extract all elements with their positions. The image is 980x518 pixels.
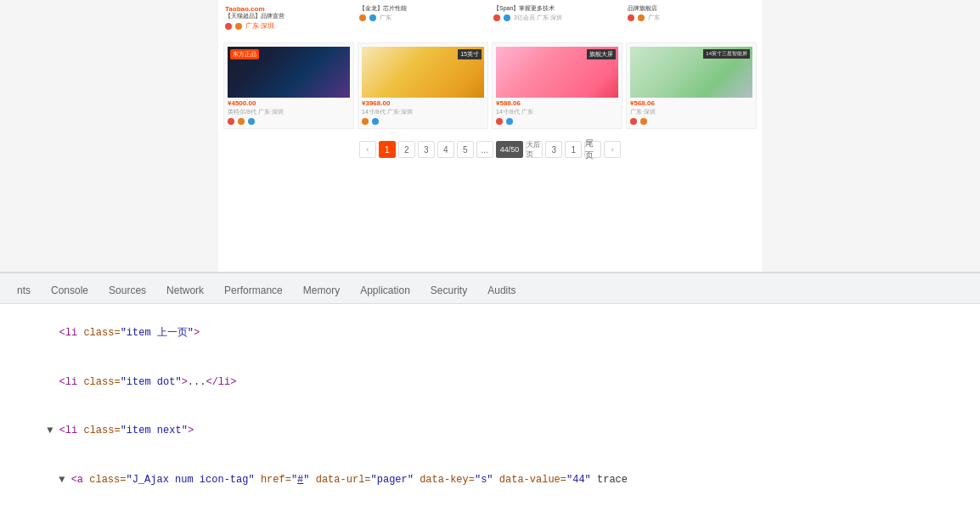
meta-top-2: 3亿会员 广东·深圳 [514,14,562,22]
code-line-3: ▼ <li class="item next"> [10,407,970,456]
tab-audits[interactable]: Audits [477,279,526,303]
product-label-0: 东方正品 [230,49,259,59]
pagination-prev[interactable]: ‹ [359,141,376,158]
top-product-card-1[interactable]: 【金龙】芯片性能 广东 [358,3,488,32]
pagination-page-next-group[interactable]: 大后页 [526,141,543,158]
browser-viewport: Taobao.com 【天猫超品】品牌直营 广东·深圳 【金龙】芯片性能 广东 … [0,0,980,272]
product-price-1: ¥3968.00 [362,99,484,107]
pagination-ellipsis: ... [476,141,493,158]
tab-network[interactable]: Network [156,279,214,303]
product-dots-1 [362,118,484,125]
pagination-page-4[interactable]: 4 [437,141,454,158]
webpage-content: Taobao.com 【天猫超品】品牌直营 广东·深圳 【金龙】芯片性能 广东 … [218,0,762,272]
product-card-1[interactable]: 15英寸 ¥3968.00 14寸/8代 广东·深圳 [358,42,488,129]
product-dots-3 [630,118,752,125]
product-meta-0: 英特尔/8代 广东·深圳 [228,108,350,116]
tab-application[interactable]: Application [350,279,420,303]
product-meta-3: 广东·深圳 [630,108,752,116]
top-product-card-3[interactable]: 品牌旗舰店 广东 [626,3,757,32]
title-1: 【金龙】芯片性能 [359,5,487,12]
code-line-5: "srp_bottom_pagedown"> [10,504,970,518]
pagination-page-5[interactable]: 5 [457,141,474,158]
title-3: 品牌旗舰店 [628,5,755,12]
product-dots-2 [496,118,618,125]
title-2: 【Span】掌握更多技术 [493,5,621,12]
meta-top-1: 广东 [380,14,391,22]
pagination-page-3[interactable]: 3 [418,141,435,158]
product-section: 东方正品 ¥4500.00 英特尔/8代 广东·深圳 15英寸 ¥3968.00 [218,39,762,136]
product-price-0: ¥4500.00 [228,99,350,107]
price-top-0: 广东·深圳 [245,21,274,31]
product-meta-2: 14寸/8代 广东 [496,108,618,116]
code-line-1: <li class="item 上一页"> [10,309,970,358]
pagination-last[interactable]: 尾页 [584,141,601,158]
product-size-2: 旗舰大屏 [587,49,616,59]
top-product-card-0[interactable]: Taobao.com 【天猫超品】品牌直营 广东·深圳 [223,3,354,32]
product-card-3[interactable]: 14英寸三星智能屏 ¥568.06 广东·深圳 [626,42,757,129]
product-img-3: 14英寸三星智能屏 [630,47,752,98]
tab-performance[interactable]: Performance [214,279,293,303]
product-img-1: 15英寸 [362,47,484,98]
devtools-tabs: nts Console Sources Network Performance … [0,273,980,304]
product-size-3: 14英寸三星智能屏 [703,49,750,59]
title-0: 【天猫超品】品牌直营 [225,13,352,20]
devtools-panel: nts Console Sources Network Performance … [0,272,980,518]
product-meta-1: 14寸/8代 广东·深圳 [362,108,484,116]
top-product-card-2[interactable]: 【Span】掌握更多技术 3亿会员 广东·深圳 [492,3,622,32]
product-dots-0 [228,118,350,125]
product-price-3: ¥568.06 [630,99,752,107]
product-row: 东方正品 ¥4500.00 英特尔/8代 广东·深圳 15英寸 ¥3968.00 [223,42,757,129]
product-card-0[interactable]: 东方正品 ¥4500.00 英特尔/8代 广东·深圳 [223,42,354,129]
product-img-0: 东方正品 [228,47,350,98]
product-img-2: 旗舰大屏 [496,47,618,98]
pagination-tooltip-wrapper: 44/50 [496,141,524,158]
code-line-2: <li class="item dot">...</li> [10,358,970,408]
tab-elements[interactable]: nts [7,279,41,303]
code-line-4: ▼ <a class="J_Ajax num icon-tag" href="#… [10,456,970,505]
product-price-2: ¥588.06 [496,99,618,107]
pagination-page-1[interactable]: 1 [379,141,396,158]
product-card-2[interactable]: 旗舰大屏 ¥588.06 14寸/8代 广东 [492,42,622,129]
pagination-page-p3[interactable]: 3 [545,141,562,158]
brand-0: Taobao.com [225,5,352,13]
pagination-page-current[interactable]: 44/50 [496,141,524,158]
pagination-next[interactable]: › [604,141,621,158]
code-panel: <li class="item 上一页"> <li class="item do… [0,304,980,518]
tab-console[interactable]: Console [41,279,99,303]
pagination: ‹ 1 2 3 4 5 ... 44/50 大后页 3 1 尾页 › [218,136,762,163]
top-product-row: Taobao.com 【天猫超品】品牌直营 广东·深圳 【金龙】芯片性能 广东 … [218,0,762,36]
product-size-1: 15英寸 [458,49,482,59]
tab-security[interactable]: Security [420,279,477,303]
pagination-page-p1[interactable]: 1 [565,141,582,158]
tab-sources[interactable]: Sources [99,279,156,303]
meta-top-3: 广东 [648,14,660,22]
tab-memory[interactable]: Memory [293,279,350,303]
pagination-page-2[interactable]: 2 [398,141,415,158]
